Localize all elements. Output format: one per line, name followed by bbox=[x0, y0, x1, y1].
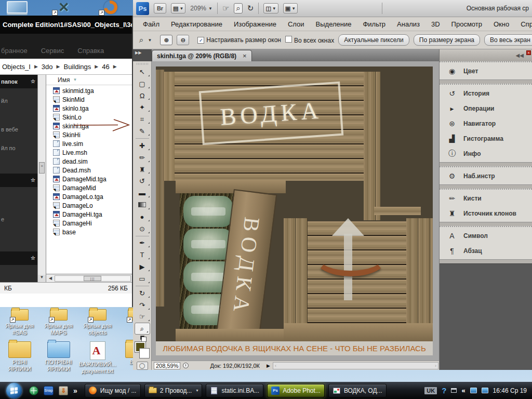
collapse-chevron-icon[interactable]: ☆ bbox=[31, 75, 35, 88]
panel-button-paragraph[interactable]: ¶Абзац bbox=[440, 243, 532, 258]
file-row[interactable]: SkinLo bbox=[46, 113, 132, 122]
breadcrumb-item[interactable]: Objects_I bbox=[2, 63, 31, 71]
rect-marquee-tool[interactable]: ▢ bbox=[134, 78, 151, 90]
gradient-tool[interactable] bbox=[134, 199, 151, 211]
options-bar-button[interactable]: По размеру экрана bbox=[414, 34, 480, 46]
panel-button-actions[interactable]: ▸Операции bbox=[440, 101, 532, 116]
column-header-name[interactable]: Имя ▼ bbox=[46, 75, 132, 85]
taskbar-button[interactable]: static.ini.BA... bbox=[206, 384, 263, 397]
scrollbar-thumb[interactable]: ≡ bbox=[39, 162, 45, 174]
overflow-chevron[interactable]: » bbox=[73, 387, 77, 395]
menu-item[interactable]: Слои bbox=[282, 18, 310, 30]
help-tray-icon[interactable]: ? bbox=[442, 386, 446, 395]
task-pane-item[interactable]: йл bbox=[1, 98, 8, 104]
eyedropper-tool[interactable]: ✎ bbox=[134, 125, 151, 137]
tools-panel-header[interactable]: ▶▶ bbox=[133, 49, 152, 61]
view-extras-button[interactable]: ▤▼ bbox=[171, 3, 185, 14]
taskbar-button[interactable]: ВОДКА, ОД... bbox=[328, 384, 387, 397]
task-pane-header[interactable]: ☆ bbox=[0, 174, 37, 187]
background-color-swatch[interactable] bbox=[139, 348, 150, 358]
collapse-chevron-icon[interactable]: ☆ bbox=[31, 174, 35, 187]
panel-button-info[interactable]: ⓘИнфо bbox=[440, 146, 532, 161]
history-brush-tool[interactable]: ↺ bbox=[134, 175, 151, 187]
scroll-down-arrow[interactable]: ▼ bbox=[38, 275, 46, 282]
panel-dock-header[interactable]: ◀◀ × bbox=[439, 49, 532, 61]
snap-icon[interactable]: Snap bbox=[44, 386, 54, 395]
breadcrumb-item[interactable]: Buildings bbox=[63, 63, 91, 71]
menu-item[interactable]: Анализ bbox=[391, 18, 425, 30]
file-row[interactable]: DamageHi bbox=[46, 219, 132, 228]
file-row[interactable]: Dead.msh bbox=[46, 166, 132, 175]
zoom-tool[interactable]: ⌕ bbox=[135, 323, 150, 335]
default-swatches-icon[interactable] bbox=[140, 336, 144, 340]
desktop-folder-icon[interactable]: AВАЖЛИВИЙ... документ.txt bbox=[78, 341, 117, 375]
eraser-tool[interactable]: ▬ bbox=[134, 187, 151, 199]
tray-collapse-chevron[interactable]: « bbox=[461, 387, 465, 394]
canvas-horizontal-scrollbar[interactable]: ‹› bbox=[273, 362, 438, 369]
taskbar-button[interactable]: Ищу мод / ... bbox=[85, 384, 141, 397]
workspace-switcher[interactable]: Основная рабочая ср bbox=[467, 5, 529, 12]
lasso-tool[interactable]: Ω bbox=[134, 90, 151, 102]
quick-selection-tool[interactable]: ✦ bbox=[134, 101, 151, 113]
clone-stamp-tool[interactable]: ♜ bbox=[134, 164, 151, 176]
task-pane-header[interactable]: ☆ bbox=[0, 251, 37, 265]
zoom-percent-field[interactable]: 208,59% bbox=[154, 362, 180, 369]
panel-button-navigator[interactable]: ⊛Навигатор bbox=[440, 116, 532, 131]
explorer-title-bar[interactable]: Complete Edition\1#SAS\00_Objects_I\3do bbox=[0, 16, 132, 34]
scrollbar-thumb[interactable]: ||| bbox=[84, 276, 101, 281]
file-row[interactable]: SkinMid bbox=[46, 95, 132, 104]
rotate-view-icon[interactable]: ↻ bbox=[247, 4, 254, 13]
menu-item[interactable]: Выделение bbox=[310, 18, 357, 30]
file-row[interactable]: skinhi.tga bbox=[46, 122, 132, 130]
scroll-left-arrow[interactable]: ◀ bbox=[46, 276, 55, 281]
hand-tool-icon[interactable]: ☞ bbox=[222, 4, 229, 13]
file-row[interactable]: dead.sim bbox=[46, 157, 132, 166]
desktop-folder-icon[interactable]: ПОТРІБНІ ЯРЛИКИ bbox=[39, 341, 78, 375]
zoom-level-control[interactable]: 209%▼ bbox=[190, 5, 212, 12]
brush-tool[interactable]: ✏ bbox=[134, 152, 151, 164]
file-row[interactable]: DamageMid.tga bbox=[46, 175, 132, 183]
panel-button-color[interactable]: ◉Цвет bbox=[440, 63, 532, 78]
menu-item[interactable]: Изображение bbox=[228, 18, 282, 30]
desktop-shortcut-icon[interactable]: ↗Ярлык для MAPS bbox=[39, 309, 78, 336]
explorer-vertical-scrollbar[interactable]: ≡ ▼ bbox=[37, 75, 46, 282]
menu-item[interactable]: Фильтр bbox=[357, 18, 391, 30]
dock-close-icon[interactable]: × bbox=[526, 50, 531, 55]
task-pane-header[interactable]: папок ☆ bbox=[0, 75, 37, 88]
file-row[interactable]: live.sim bbox=[46, 139, 132, 148]
spot-healing-tool[interactable]: ✚ bbox=[134, 140, 151, 152]
quick-mask-button[interactable]: ◯ bbox=[137, 362, 148, 370]
canvas-area[interactable]: ВОДКА ВОДКА bbox=[152, 61, 439, 361]
desktop-shortcut-icon[interactable]: ↗Ярлык для #SAS bbox=[0, 309, 39, 336]
explorer-menu-item[interactable]: Справка bbox=[77, 47, 104, 55]
panel-button-brushes[interactable]: ✏Кисти bbox=[440, 191, 532, 206]
options-bar-button[interactable]: Актуальные пиксели bbox=[338, 34, 409, 46]
blur-tool[interactable]: ● bbox=[134, 211, 151, 223]
taskbar-button[interactable]: PsAdobe Phot... bbox=[267, 384, 325, 397]
hand-tool[interactable]: ☞ bbox=[134, 311, 151, 323]
task-pane-item[interactable]: e bbox=[1, 216, 4, 222]
screen-mode-button[interactable]: ▣▼ bbox=[283, 3, 298, 14]
language-indicator[interactable]: UK bbox=[424, 387, 437, 394]
menu-item[interactable]: Редактирование bbox=[165, 18, 228, 30]
menu-item[interactable]: Файл bbox=[137, 18, 165, 30]
panel-button-character[interactable]: AСимвол bbox=[440, 228, 532, 243]
path-selection-tool[interactable]: ▶ bbox=[134, 261, 151, 273]
zoom-tool-icon[interactable]: ⌕ bbox=[234, 3, 242, 14]
desktop-folder-icon[interactable]: РІЗНІ ЯРЛИКИ bbox=[0, 341, 39, 375]
crop-tool[interactable]: ⌗ bbox=[134, 113, 151, 125]
rotate-3d-tool[interactable]: ↻ bbox=[134, 287, 151, 299]
all-windows-checkbox[interactable]: Во всех окнах bbox=[285, 36, 334, 44]
task-pane-item[interactable]: в вебе bbox=[1, 126, 18, 132]
file-row[interactable]: base bbox=[46, 228, 132, 236]
file-row[interactable]: SkinHi bbox=[46, 130, 132, 139]
breadcrumb-item[interactable]: 46 bbox=[102, 63, 109, 71]
file-row[interactable]: DamageMid bbox=[46, 183, 132, 192]
monitor-icon[interactable] bbox=[5, 0, 29, 16]
move-tool[interactable]: ↖ bbox=[134, 66, 151, 78]
arrange-documents-button[interactable]: ◫▼ bbox=[263, 3, 278, 14]
network-icon[interactable] bbox=[470, 388, 477, 393]
zoom-tool-icon[interactable]: ⌕ bbox=[139, 35, 143, 45]
file-row[interactable]: DamageLo bbox=[46, 201, 132, 210]
start-button[interactable] bbox=[6, 383, 22, 398]
